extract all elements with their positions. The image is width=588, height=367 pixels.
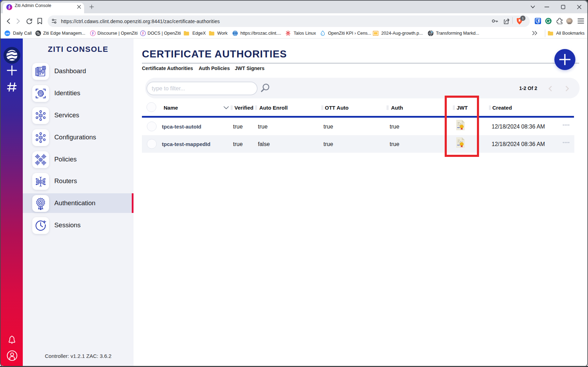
svg-text:1: 1 <box>522 16 524 20</box>
svg-text:zm: zm <box>5 32 9 35</box>
